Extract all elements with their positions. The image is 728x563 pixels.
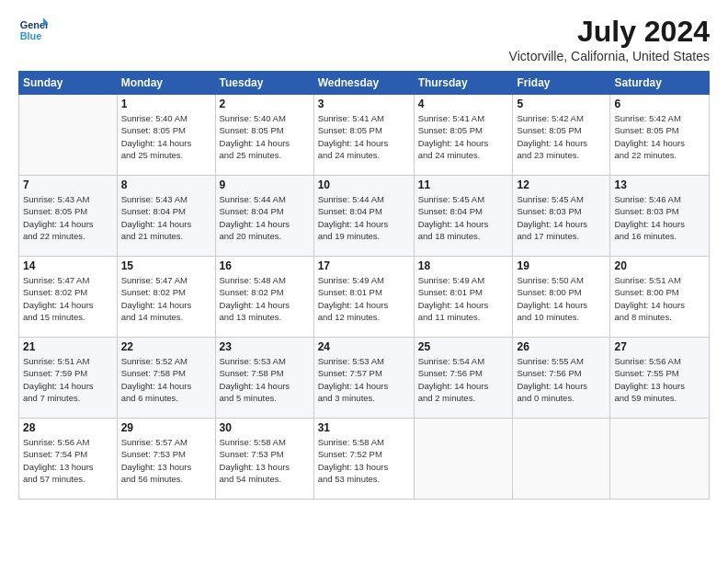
day-info: Sunrise: 5:48 AM Sunset: 8:02 PM Dayligh… — [220, 274, 310, 323]
day-cell: 26Sunrise: 5:55 AM Sunset: 7:56 PM Dayli… — [513, 338, 610, 419]
svg-text:Blue: Blue — [20, 30, 42, 41]
day-number: 4 — [418, 98, 509, 110]
day-cell: 5Sunrise: 5:42 AM Sunset: 8:05 PM Daylig… — [513, 95, 610, 176]
day-number: 30 — [220, 421, 310, 434]
logo: General Blue — [18, 15, 48, 44]
day-number: 6 — [614, 98, 705, 110]
col-sunday: Sunday — [19, 72, 118, 95]
day-cell: 19Sunrise: 5:50 AM Sunset: 8:00 PM Dayli… — [513, 257, 610, 338]
day-number: 28 — [23, 421, 113, 434]
day-cell — [513, 419, 610, 500]
day-cell: 8Sunrise: 5:43 AM Sunset: 8:04 PM Daylig… — [117, 176, 215, 257]
day-info: Sunrise: 5:41 AM Sunset: 8:05 PM Dayligh… — [418, 112, 509, 161]
col-saturday: Saturday — [610, 72, 710, 95]
day-cell: 12Sunrise: 5:45 AM Sunset: 8:03 PM Dayli… — [513, 176, 610, 257]
day-cell: 16Sunrise: 5:48 AM Sunset: 8:02 PM Dayli… — [215, 257, 313, 338]
day-info: Sunrise: 5:49 AM Sunset: 8:01 PM Dayligh… — [418, 274, 509, 323]
day-cell: 30Sunrise: 5:58 AM Sunset: 7:53 PM Dayli… — [215, 419, 313, 500]
day-number: 11 — [418, 178, 509, 191]
day-number: 31 — [318, 421, 410, 434]
day-info: Sunrise: 5:44 AM Sunset: 8:04 PM Dayligh… — [318, 193, 410, 242]
day-cell: 17Sunrise: 5:49 AM Sunset: 8:01 PM Dayli… — [313, 257, 414, 338]
day-cell: 14Sunrise: 5:47 AM Sunset: 8:02 PM Dayli… — [19, 257, 118, 338]
week-row-3: 21Sunrise: 5:51 AM Sunset: 7:59 PM Dayli… — [19, 338, 710, 419]
day-info: Sunrise: 5:51 AM Sunset: 8:00 PM Dayligh… — [614, 274, 705, 323]
day-info: Sunrise: 5:42 AM Sunset: 8:05 PM Dayligh… — [614, 112, 705, 161]
day-info: Sunrise: 5:45 AM Sunset: 8:03 PM Dayligh… — [517, 193, 606, 242]
day-number: 21 — [23, 340, 113, 353]
day-number: 26 — [517, 340, 606, 353]
day-cell: 20Sunrise: 5:51 AM Sunset: 8:00 PM Dayli… — [610, 257, 710, 338]
day-number: 10 — [318, 178, 410, 191]
day-number: 25 — [418, 340, 509, 353]
day-cell: 28Sunrise: 5:56 AM Sunset: 7:54 PM Dayli… — [19, 419, 118, 500]
location: Victorville, California, United States — [509, 49, 710, 63]
col-tuesday: Tuesday — [215, 72, 313, 95]
day-cell: 25Sunrise: 5:54 AM Sunset: 7:56 PM Dayli… — [414, 338, 513, 419]
calendar-table: Sunday Monday Tuesday Wednesday Thursday… — [18, 71, 710, 500]
day-info: Sunrise: 5:56 AM Sunset: 7:55 PM Dayligh… — [614, 355, 705, 404]
day-cell: 21Sunrise: 5:51 AM Sunset: 7:59 PM Dayli… — [19, 338, 118, 419]
day-info: Sunrise: 5:58 AM Sunset: 7:53 PM Dayligh… — [220, 436, 310, 485]
day-cell: 3Sunrise: 5:41 AM Sunset: 8:05 PM Daylig… — [313, 95, 414, 176]
day-number: 13 — [614, 178, 705, 191]
day-number: 24 — [318, 340, 410, 353]
day-cell: 10Sunrise: 5:44 AM Sunset: 8:04 PM Dayli… — [313, 176, 414, 257]
day-info: Sunrise: 5:51 AM Sunset: 7:59 PM Dayligh… — [23, 355, 113, 404]
day-info: Sunrise: 5:44 AM Sunset: 8:04 PM Dayligh… — [220, 193, 310, 242]
day-cell — [610, 419, 710, 500]
col-wednesday: Wednesday — [313, 72, 414, 95]
header-row: Sunday Monday Tuesday Wednesday Thursday… — [19, 72, 710, 95]
day-info: Sunrise: 5:53 AM Sunset: 7:57 PM Dayligh… — [318, 355, 410, 404]
day-number: 7 — [23, 178, 113, 191]
day-number: 20 — [614, 259, 705, 272]
day-info: Sunrise: 5:47 AM Sunset: 8:02 PM Dayligh… — [23, 274, 113, 323]
day-number: 23 — [220, 340, 310, 353]
day-info: Sunrise: 5:47 AM Sunset: 8:02 PM Dayligh… — [121, 274, 211, 323]
day-number: 22 — [121, 340, 211, 353]
col-monday: Monday — [117, 72, 215, 95]
day-cell: 29Sunrise: 5:57 AM Sunset: 7:53 PM Dayli… — [117, 419, 215, 500]
col-friday: Friday — [513, 72, 610, 95]
day-info: Sunrise: 5:46 AM Sunset: 8:03 PM Dayligh… — [614, 193, 705, 242]
month-title: July 2024 — [509, 15, 710, 49]
day-info: Sunrise: 5:49 AM Sunset: 8:01 PM Dayligh… — [318, 274, 410, 323]
day-info: Sunrise: 5:45 AM Sunset: 8:04 PM Dayligh… — [418, 193, 509, 242]
day-cell: 9Sunrise: 5:44 AM Sunset: 8:04 PM Daylig… — [215, 176, 313, 257]
day-cell: 13Sunrise: 5:46 AM Sunset: 8:03 PM Dayli… — [610, 176, 710, 257]
day-number: 29 — [121, 421, 211, 434]
day-cell: 23Sunrise: 5:53 AM Sunset: 7:58 PM Dayli… — [215, 338, 313, 419]
day-number: 17 — [318, 259, 410, 272]
day-number: 1 — [121, 98, 211, 110]
day-info: Sunrise: 5:53 AM Sunset: 7:58 PM Dayligh… — [220, 355, 310, 404]
day-cell: 24Sunrise: 5:53 AM Sunset: 7:57 PM Dayli… — [313, 338, 414, 419]
day-info: Sunrise: 5:43 AM Sunset: 8:04 PM Dayligh… — [121, 193, 211, 242]
day-cell: 4Sunrise: 5:41 AM Sunset: 8:05 PM Daylig… — [414, 95, 513, 176]
col-thursday: Thursday — [414, 72, 513, 95]
day-info: Sunrise: 5:50 AM Sunset: 8:00 PM Dayligh… — [517, 274, 606, 323]
day-number: 5 — [517, 98, 606, 110]
day-cell — [414, 419, 513, 500]
day-info: Sunrise: 5:57 AM Sunset: 7:53 PM Dayligh… — [121, 436, 211, 485]
day-number: 27 — [614, 340, 705, 353]
day-number: 15 — [121, 259, 211, 272]
day-info: Sunrise: 5:42 AM Sunset: 8:05 PM Dayligh… — [517, 112, 606, 161]
day-cell: 2Sunrise: 5:40 AM Sunset: 8:05 PM Daylig… — [215, 95, 313, 176]
day-info: Sunrise: 5:56 AM Sunset: 7:54 PM Dayligh… — [23, 436, 113, 485]
title-block: July 2024 Victorville, California, Unite… — [509, 15, 710, 63]
week-row-0: 1Sunrise: 5:40 AM Sunset: 8:05 PM Daylig… — [19, 95, 710, 176]
day-info: Sunrise: 5:40 AM Sunset: 8:05 PM Dayligh… — [220, 112, 310, 161]
day-cell: 11Sunrise: 5:45 AM Sunset: 8:04 PM Dayli… — [414, 176, 513, 257]
day-number: 2 — [220, 98, 310, 110]
day-cell: 31Sunrise: 5:58 AM Sunset: 7:52 PM Dayli… — [313, 419, 414, 500]
week-row-4: 28Sunrise: 5:56 AM Sunset: 7:54 PM Dayli… — [19, 419, 710, 500]
header: General Blue July 2024 Victorville, Cali… — [18, 15, 710, 63]
day-info: Sunrise: 5:52 AM Sunset: 7:58 PM Dayligh… — [121, 355, 211, 404]
week-row-1: 7Sunrise: 5:43 AM Sunset: 8:05 PM Daylig… — [19, 176, 710, 257]
calendar-page: General Blue July 2024 Victorville, Cali… — [0, 0, 728, 563]
day-cell: 6Sunrise: 5:42 AM Sunset: 8:05 PM Daylig… — [610, 95, 710, 176]
day-number: 19 — [517, 259, 606, 272]
day-info: Sunrise: 5:41 AM Sunset: 8:05 PM Dayligh… — [318, 112, 410, 161]
day-cell: 18Sunrise: 5:49 AM Sunset: 8:01 PM Dayli… — [414, 257, 513, 338]
day-info: Sunrise: 5:58 AM Sunset: 7:52 PM Dayligh… — [318, 436, 410, 485]
